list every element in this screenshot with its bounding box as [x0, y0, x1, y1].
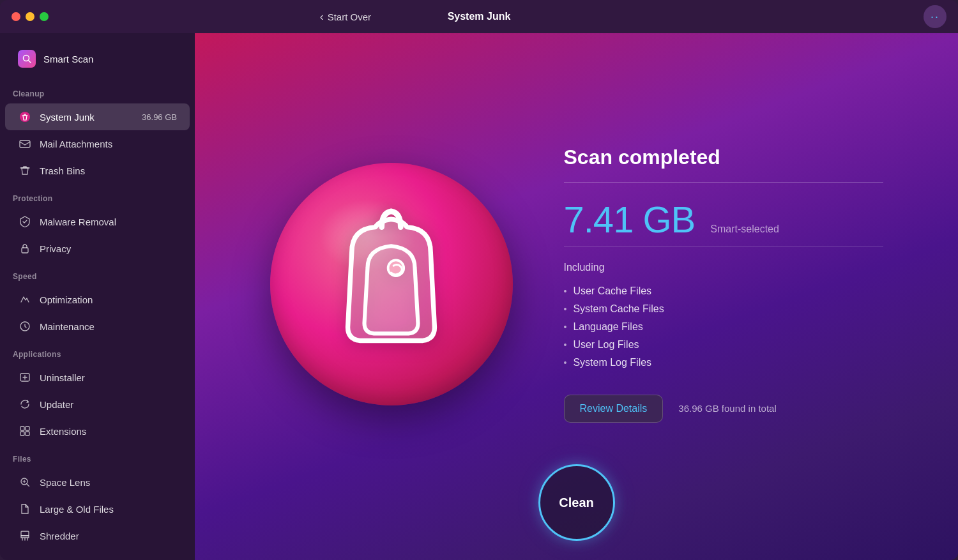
malware-icon: [18, 215, 32, 229]
privacy-label: Privacy: [40, 243, 71, 254]
smart-scan-icon: [18, 50, 36, 68]
more-options-button[interactable]: ··: [924, 5, 947, 28]
window-title: System Junk: [448, 11, 511, 22]
sidebar-item-privacy[interactable]: Privacy: [5, 235, 190, 262]
sidebar-item-shredder[interactable]: Shredder: [5, 522, 190, 549]
updater-label: Updater: [40, 399, 73, 410]
files-icon: [18, 502, 32, 516]
space-lens-label: Space Lens: [40, 477, 90, 488]
minimize-button[interactable]: [26, 12, 34, 21]
updater-icon: [18, 397, 32, 411]
maintenance-icon: [18, 319, 32, 333]
svg-line-1: [29, 61, 31, 63]
svg-rect-7: [26, 427, 29, 430]
back-button[interactable]: ‹ Start Over: [320, 10, 371, 24]
malware-removal-label: Malware Removal: [40, 216, 116, 227]
sidebar-item-optimization[interactable]: Optimization: [5, 286, 190, 313]
sidebar-item-extensions[interactable]: Extensions: [5, 418, 190, 444]
svg-rect-4: [22, 248, 28, 253]
mail-attachments-label: Mail Attachments: [40, 139, 112, 149]
panel-content: Scan completed 7.41 GB Smart-selected In…: [195, 146, 958, 423]
app-window: ‹ Start Over System Junk ·· Smart: [0, 0, 958, 560]
shredder-label: Shredder: [40, 531, 79, 541]
svg-rect-8: [20, 432, 24, 435]
app-icon: [270, 163, 513, 405]
svg-rect-3: [20, 140, 30, 148]
file-list: User Cache Files System Cache Files Lang…: [564, 282, 883, 372]
shredder-icon: [18, 529, 32, 543]
including-label: Including: [564, 262, 883, 273]
app-icon-container: [270, 163, 513, 405]
section-label-applications: Applications: [0, 340, 195, 364]
close-button[interactable]: [11, 12, 20, 21]
scan-size-row: 7.41 GB Smart-selected: [564, 198, 883, 241]
section-label-speed: Speed: [0, 262, 195, 286]
dots-icon: ··: [931, 10, 939, 24]
title-bar: ‹ Start Over System Junk ··: [0, 0, 958, 33]
sidebar-item-system-junk[interactable]: System Junk 36.96 GB: [5, 103, 190, 130]
svg-rect-6: [20, 427, 24, 430]
section-label-protection: Protection: [0, 184, 195, 208]
smart-scan-label: Smart Scan: [43, 54, 93, 64]
sidebar: Smart Scan Cleanup System Junk 36.96 GB: [0, 33, 195, 560]
uninstaller-label: Uninstaller: [40, 372, 85, 383]
review-details-button[interactable]: Review Details: [564, 395, 664, 423]
sidebar-item-trash-bins[interactable]: Trash Bins: [5, 157, 190, 184]
clean-button[interactable]: Clean: [538, 464, 615, 541]
space-lens-icon: [18, 475, 32, 489]
divider-2: [564, 246, 883, 246]
system-junk-icon: [18, 110, 32, 124]
extensions-icon: [18, 424, 32, 438]
trash-bins-icon: [18, 163, 32, 178]
right-panel: Scan completed 7.41 GB Smart-selected In…: [195, 33, 958, 560]
section-label-cleanup: Cleanup: [0, 79, 195, 103]
list-item: System Cache Files: [564, 300, 883, 318]
svg-point-2: [20, 112, 30, 122]
list-item: Language Files: [564, 318, 883, 336]
extensions-label: Extensions: [40, 426, 86, 437]
back-button-label: Start Over: [328, 11, 371, 22]
section-label-files: Files: [0, 444, 195, 469]
found-total-label: 36.96 GB found in total: [678, 403, 776, 414]
optimization-icon: [18, 292, 32, 306]
size-value: 7.41 GB: [564, 198, 696, 241]
clean-btn-container: Clean: [538, 464, 615, 541]
scan-completed-title: Scan completed: [564, 146, 883, 169]
uninstaller-icon: [18, 370, 32, 384]
list-item: User Cache Files: [564, 282, 883, 300]
privacy-icon: [18, 241, 32, 255]
optimization-label: Optimization: [40, 294, 93, 305]
chevron-left-icon: ‹: [320, 10, 324, 24]
title-bar-center: ‹ Start Over System Junk: [448, 11, 511, 22]
mail-icon: [18, 137, 32, 151]
sidebar-item-mail-attachments[interactable]: Mail Attachments: [5, 130, 190, 157]
sidebar-item-large-old-files[interactable]: Large & Old Files: [5, 496, 190, 522]
traffic-lights: [11, 12, 49, 21]
svg-rect-9: [26, 432, 29, 435]
maximize-button[interactable]: [40, 12, 49, 21]
sidebar-item-smart-scan[interactable]: Smart Scan: [5, 43, 190, 74]
sidebar-item-maintenance[interactable]: Maintenance: [5, 313, 190, 340]
main-content: Smart Scan Cleanup System Junk 36.96 GB: [0, 33, 958, 560]
system-junk-badge: 36.96 GB: [142, 112, 177, 122]
smart-selected-label: Smart-selected: [710, 223, 779, 235]
sidebar-item-space-lens[interactable]: Space Lens: [5, 469, 190, 496]
scan-results: Scan completed 7.41 GB Smart-selected In…: [564, 146, 883, 423]
svg-rect-11: [21, 531, 29, 536]
sidebar-item-malware-removal[interactable]: Malware Removal: [5, 208, 190, 235]
list-item: System Log Files: [564, 354, 883, 372]
sidebar-item-uninstaller[interactable]: Uninstaller: [5, 364, 190, 391]
title-bar-right: ··: [924, 5, 947, 28]
maintenance-label: Maintenance: [40, 321, 95, 332]
divider-1: [564, 182, 883, 183]
review-row: Review Details 36.96 GB found in total: [564, 395, 883, 423]
large-old-files-label: Large & Old Files: [40, 504, 114, 515]
trash-bins-label: Trash Bins: [40, 165, 85, 176]
system-junk-label: System Junk: [40, 112, 95, 123]
app-logo-svg: [312, 205, 470, 363]
sidebar-item-updater[interactable]: Updater: [5, 391, 190, 418]
list-item: User Log Files: [564, 336, 883, 354]
